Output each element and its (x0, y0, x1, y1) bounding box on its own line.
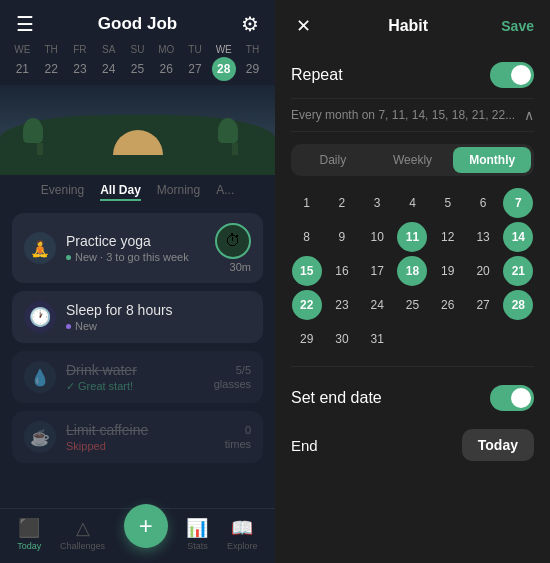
cal-cell-17[interactable]: 17 (362, 256, 392, 286)
filter-tab-more[interactable]: A... (216, 183, 234, 201)
challenges-icon: △ (76, 517, 90, 539)
cal-cell-23[interactable]: 23 (327, 290, 357, 320)
filter-tab-evening[interactable]: Evening (41, 183, 84, 201)
divider (291, 366, 534, 367)
repeat-toggle[interactable] (490, 62, 534, 88)
explore-icon: 📖 (231, 517, 253, 539)
nav-stats[interactable]: 📊 Stats (186, 517, 208, 551)
panel-title: Habit (388, 17, 428, 35)
right-content: Repeat Every month on 7, 11, 14, 15, 18,… (275, 48, 550, 563)
cal-cell-29[interactable]: 29 (292, 324, 322, 354)
bottom-nav: ⬛ Today △ Challenges + 📊 Stats 📖 Explore (0, 508, 275, 563)
cal-cell-8[interactable]: 8 (292, 222, 322, 252)
nav-challenges[interactable]: △ Challenges (60, 517, 105, 551)
cal-cell-10[interactable]: 10 (362, 222, 392, 252)
app-title: Good Job (98, 14, 177, 34)
filter-tab-morning[interactable]: Morning (157, 183, 200, 201)
end-date-toggle[interactable] (490, 385, 534, 411)
cal-cell-14[interactable]: 14 (503, 222, 533, 252)
period-monthly[interactable]: Monthly (453, 147, 531, 173)
habit-icon-sleep: 🕐 (24, 301, 56, 333)
cal-cell-2[interactable]: 2 (327, 188, 357, 218)
habit-icon-yoga: 🧘 (24, 232, 56, 264)
scenic-tree-left (30, 118, 50, 155)
week-day[interactable]: MO 26 (154, 44, 178, 81)
menu-icon[interactable]: ☰ (16, 12, 34, 36)
repeat-label: Repeat (291, 66, 343, 84)
cal-cell-19[interactable]: 19 (433, 256, 463, 286)
dot-icon (66, 324, 71, 329)
week-day[interactable]: TH 22 (39, 44, 63, 81)
cal-cell-4[interactable]: 4 (397, 188, 427, 218)
toggle-knob (511, 65, 531, 85)
cal-cell-18[interactable]: 18 (397, 256, 427, 286)
period-weekly[interactable]: Weekly (374, 147, 452, 173)
add-habit-fab[interactable]: + (124, 504, 168, 548)
end-value-button[interactable]: Today (462, 429, 534, 461)
cal-cell-28[interactable]: 28 (503, 290, 533, 320)
habit-name-water: Drink water (66, 362, 137, 378)
habit-count-water: 5/5glasses (214, 363, 251, 392)
nav-today[interactable]: ⬛ Today (17, 517, 41, 551)
habit-icon-caffeine: ☕ (24, 421, 56, 453)
cal-cell-9[interactable]: 9 (327, 222, 357, 252)
cal-cell-16[interactable]: 16 (327, 256, 357, 286)
cal-cell-11[interactable]: 11 (397, 222, 427, 252)
habit-name-yoga: Practice yoga (66, 233, 189, 249)
habit-icon-water: 💧 (24, 361, 56, 393)
save-button[interactable]: Save (501, 18, 534, 34)
scenic-tree-right (225, 118, 245, 155)
habit-name-sleep: Sleep for 8 hours (66, 302, 173, 318)
week-day-today[interactable]: WE 28 (212, 44, 236, 81)
dot-icon (66, 255, 71, 260)
filter-tab-allday[interactable]: All Day (100, 183, 141, 201)
week-day[interactable]: TH 29 (241, 44, 265, 81)
cal-cell-3[interactable]: 3 (362, 188, 392, 218)
period-daily[interactable]: Daily (294, 147, 372, 173)
nav-label-challenges: Challenges (60, 541, 105, 551)
settings-icon[interactable]: ⚙ (241, 12, 259, 36)
nav-label-explore: Explore (227, 541, 258, 551)
cal-cell-26[interactable]: 26 (433, 290, 463, 320)
toggle-knob-end (511, 388, 531, 408)
cal-cell-22[interactable]: 22 (292, 290, 322, 320)
habit-yoga[interactable]: 🧘 Practice yoga New · 3 to go this week … (12, 213, 263, 283)
cal-cell-21[interactable]: 21 (503, 256, 533, 286)
filter-tabs: Evening All Day Morning A... (0, 175, 275, 209)
cal-cell-1[interactable]: 1 (292, 188, 322, 218)
habit-water[interactable]: 💧 Drink water ✓ Great start! 5/5glasses (12, 351, 263, 403)
end-date-label: Set end date (291, 389, 382, 407)
left-header: ☰ Good Job ⚙ (0, 0, 275, 44)
cal-cell-12[interactable]: 12 (433, 222, 463, 252)
cal-cell-20[interactable]: 20 (468, 256, 498, 286)
cal-cell-25[interactable]: 25 (397, 290, 427, 320)
cal-cell-5[interactable]: 5 (433, 188, 463, 218)
week-day[interactable]: TU 27 (183, 44, 207, 81)
habit-caffeine[interactable]: ☕ Limit caffeine Skipped 0times (12, 411, 263, 463)
nav-explore[interactable]: 📖 Explore (227, 517, 258, 551)
period-selector: Daily Weekly Monthly (291, 144, 534, 176)
calendar-grid: 1234567891011121314151617181920212223242… (291, 188, 534, 354)
cal-cell-27[interactable]: 27 (468, 290, 498, 320)
habit-count-yoga: 30m (230, 261, 251, 273)
habit-sub-water: ✓ Great start! (66, 380, 137, 393)
habit-sleep[interactable]: 🕐 Sleep for 8 hours New (12, 291, 263, 343)
cal-cell-13[interactable]: 13 (468, 222, 498, 252)
week-day[interactable]: WE 21 (10, 44, 34, 81)
end-date-row: Set end date (291, 371, 534, 421)
cal-cell-31[interactable]: 31 (362, 324, 392, 354)
cal-cell-15[interactable]: 15 (292, 256, 322, 286)
cal-cell-24[interactable]: 24 (362, 290, 392, 320)
nav-label-today: Today (17, 541, 41, 551)
habit-badge-yoga: ⏱ (215, 223, 251, 259)
cal-cell-6[interactable]: 6 (468, 188, 498, 218)
frequency-summary[interactable]: Every month on 7, 11, 14, 15, 18, 21, 22… (291, 99, 534, 132)
close-button[interactable]: ✕ (291, 14, 315, 38)
week-day[interactable]: FR 23 (68, 44, 92, 81)
week-day[interactable]: SA 24 (97, 44, 121, 81)
habit-sub-caffeine: Skipped (66, 440, 148, 452)
week-day[interactable]: SU 25 (125, 44, 149, 81)
end-value-row: End Today (291, 421, 534, 477)
cal-cell-7[interactable]: 7 (503, 188, 533, 218)
cal-cell-30[interactable]: 30 (327, 324, 357, 354)
